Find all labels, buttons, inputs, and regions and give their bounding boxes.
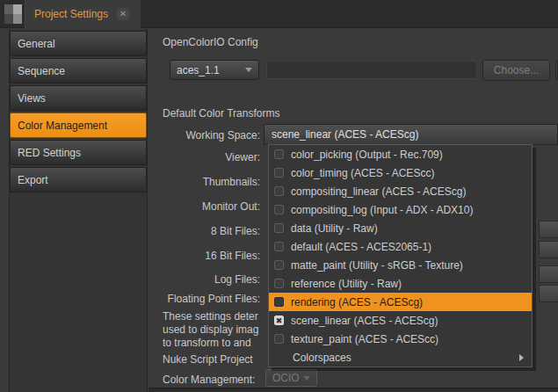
sidebar-item-sequence[interactable]: Sequence [10,58,147,83]
checkbox-icon [274,149,284,159]
chevron-down-icon [245,68,252,72]
viewer-label: Viewer: [114,151,260,163]
checkbox-icon [274,260,284,270]
menu-item-colorspaces-submenu[interactable]: Colorspaces [269,348,532,367]
menu-item-label: matte_paint (Utility - sRGB - Texture) [291,259,463,272]
floating-point-files-select-clipped[interactable] [539,285,558,302]
menu-item-label: color_picking (Output - Rec.709) [291,149,443,161]
color-management-label: Color Management: [163,374,255,386]
menu-item-compositing-linear[interactable]: compositing_linear (ACES - ACEScg) [269,182,532,200]
checkbox-icon [274,186,284,196]
16-bit-files-label: 16 Bit Files: [114,250,260,262]
default-color-transforms-title: Default Color Transforms [163,107,279,120]
menu-item-scene-linear[interactable]: ✖ scene_linear (ACES - ACEScg) [269,311,532,330]
ocio-config-select-value: aces_1.1 [177,64,220,76]
menu-item-label: data (Utility - Raw) [291,222,378,235]
working-space-value: scene_linear (ACES - ACEScg) [272,128,418,141]
menu-item-label: rendering (ACES - ACEScg) [291,296,423,309]
sidebar-item-label: Export [18,174,48,186]
floating-point-files-label: Floating Point Files: [114,293,260,305]
pane-layout-icon[interactable] [4,4,22,24]
checkbox-icon [274,297,284,307]
checkbox-icon [274,168,284,178]
checkbox-checked-icon: ✖ [274,316,284,325]
pane-icon-quadrant [13,4,22,14]
menu-item-label: scene_linear (ACES - ACEScg) [291,315,438,327]
tab-project-settings[interactable]: Project Settings ✕ [25,0,141,28]
sidebar-item-views[interactable]: Views [10,85,147,111]
chevron-down-icon [303,376,310,381]
close-icon[interactable]: ✕ [117,8,129,20]
working-space-dropdown-menu: color_picking (Output - Rec.709) color_t… [268,144,533,367]
menu-item-data[interactable]: data (Utility - Raw) [269,219,532,237]
pane-icon-quadrant [4,14,13,24]
working-space-select[interactable]: scene_linear (ACES - ACEScg) [264,124,558,145]
menu-item-default[interactable]: default (ACES - ACES2065-1) [269,237,532,256]
description-line: These settings deter [163,310,258,323]
menu-item-label: texture_paint (ACES - ACEScc) [291,333,438,345]
checkbox-icon [274,242,284,251]
menu-item-color-timing[interactable]: color_timing (ACES - ACEScc) [269,163,532,182]
menu-item-reference[interactable]: reference (Utility - Raw) [269,274,532,293]
ocio-config-title: OpenColorIO Config [163,36,258,48]
submenu-arrow-icon [519,354,524,361]
bottom-panel-divider [149,388,558,392]
menu-item-compositing-log[interactable]: compositing_log (Input - ADX - ADX10) [269,200,532,219]
sidebar-item-label: Views [18,92,46,105]
color-management-select[interactable]: OCIO [265,369,317,387]
checkbox-icon [274,279,284,288]
sidebar-item-label: General [18,38,55,50]
menu-item-rendering[interactable]: rendering (ACES - ACEScg) [269,293,532,311]
log-files-select-clipped[interactable] [539,265,558,283]
pane-icon-quadrant [13,14,22,24]
monitor-out-label: Monitor Out: [114,200,260,213]
menu-item-label: default (ACES - ACES2065-1) [291,241,431,253]
menu-item-matte-paint[interactable]: matte_paint (Utility - sRGB - Texture) [269,256,532,274]
nuke-script-project-label: Nuke Script Project [163,353,253,366]
menu-item-label: Colorspaces [293,352,351,364]
menu-item-label: color_timing (ACES - ACEScc) [291,167,434,179]
tab-label: Project Settings [34,8,108,20]
16-bit-files-select-clipped[interactable] [539,241,558,258]
description-line: used to display imag [163,323,258,337]
menu-item-label: reference (Utility - Raw) [291,278,402,290]
ocio-config-select[interactable]: aces_1.1 [170,60,259,80]
choose-button[interactable]: Choose... [482,60,550,81]
color-management-value: OCIO [272,372,300,384]
thumbnails-label: Thumbnails: [114,176,260,188]
sidebar-item-label: Color Management [18,120,107,132]
pane-icon-quadrant [4,4,13,14]
menu-item-color-picking[interactable]: color_picking (Output - Rec.709) [269,145,532,163]
tab-bar: Project Settings ✕ [0,0,558,28]
sidebar-item-label: Sequence [18,65,65,77]
checkbox-icon [274,334,284,344]
description-line: to transform to and [163,337,251,350]
working-space-label: Working Space: [114,129,260,142]
ocio-config-path-input[interactable] [266,61,477,79]
checkbox-icon [274,223,284,233]
8-bit-files-label: 8 Bit Files: [114,225,260,237]
8-bit-files-select-clipped[interactable] [539,221,558,238]
sidebar-item-general[interactable]: General [10,31,147,56]
log-files-label: Log Files: [114,273,260,286]
checkbox-icon [274,205,284,214]
menu-item-label: compositing_log (Input - ADX - ADX10) [291,204,473,216]
sidebar-item-label: RED Settings [18,147,81,159]
menu-item-texture-paint[interactable]: texture_paint (ACES - ACEScc) [269,330,532,348]
menu-item-label: compositing_linear (ACES - ACEScg) [291,185,466,198]
